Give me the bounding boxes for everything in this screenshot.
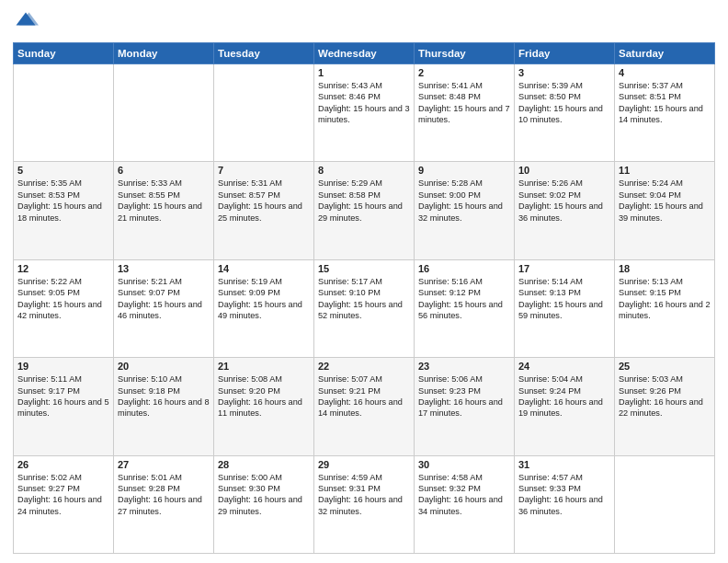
day-number: 8 <box>318 165 410 176</box>
calendar-cell: 19Sunrise: 5:11 AM Sunset: 9:17 PM Dayli… <box>14 358 114 455</box>
calendar-cell <box>14 64 114 162</box>
page: SundayMondayTuesdayWednesdayThursdayFrid… <box>0 0 728 563</box>
cell-info: Sunrise: 5:13 AM Sunset: 9:15 PM Dayligh… <box>619 276 711 322</box>
day-number: 22 <box>318 361 410 372</box>
calendar-cell: 18Sunrise: 5:13 AM Sunset: 9:15 PM Dayli… <box>615 259 715 357</box>
day-number: 12 <box>17 263 109 274</box>
week-row-2: 5Sunrise: 5:35 AM Sunset: 8:53 PM Daylig… <box>14 162 715 259</box>
weekday-header-monday: Monday <box>114 43 214 64</box>
weekday-header-row: SundayMondayTuesdayWednesdayThursdayFrid… <box>14 43 715 64</box>
day-number: 13 <box>118 263 210 274</box>
week-row-3: 12Sunrise: 5:22 AM Sunset: 9:05 PM Dayli… <box>14 259 715 357</box>
calendar-cell: 14Sunrise: 5:19 AM Sunset: 9:09 PM Dayli… <box>214 259 314 357</box>
day-number: 30 <box>418 459 510 470</box>
day-number: 20 <box>118 361 210 372</box>
day-number: 28 <box>218 459 310 470</box>
header <box>13 9 715 35</box>
day-number: 21 <box>218 361 310 372</box>
day-number: 7 <box>218 165 310 176</box>
cell-info: Sunrise: 5:00 AM Sunset: 9:30 PM Dayligh… <box>218 472 310 518</box>
calendar-cell: 2Sunrise: 5:41 AM Sunset: 8:48 PM Daylig… <box>415 64 515 162</box>
calendar-cell: 29Sunrise: 4:59 AM Sunset: 9:31 PM Dayli… <box>314 455 415 553</box>
cell-info: Sunrise: 4:59 AM Sunset: 9:31 PM Dayligh… <box>318 472 410 518</box>
cell-info: Sunrise: 5:11 AM Sunset: 9:17 PM Dayligh… <box>17 373 109 419</box>
day-number: 23 <box>418 361 510 372</box>
cell-info: Sunrise: 5:33 AM Sunset: 8:55 PM Dayligh… <box>118 178 210 224</box>
day-number: 1 <box>318 67 410 78</box>
weekday-header-friday: Friday <box>515 43 615 64</box>
logo <box>13 9 42 35</box>
calendar-cell: 9Sunrise: 5:28 AM Sunset: 9:00 PM Daylig… <box>415 162 515 259</box>
day-number: 2 <box>418 67 510 78</box>
cell-info: Sunrise: 4:58 AM Sunset: 9:32 PM Dayligh… <box>418 472 510 518</box>
calendar-cell: 21Sunrise: 5:08 AM Sunset: 9:20 PM Dayli… <box>214 358 314 455</box>
cell-info: Sunrise: 5:28 AM Sunset: 9:00 PM Dayligh… <box>418 178 510 224</box>
day-number: 3 <box>518 67 610 78</box>
calendar-cell: 23Sunrise: 5:06 AM Sunset: 9:23 PM Dayli… <box>415 358 515 455</box>
day-number: 24 <box>518 361 610 372</box>
day-number: 4 <box>619 67 711 78</box>
cell-info: Sunrise: 5:17 AM Sunset: 9:10 PM Dayligh… <box>318 276 410 322</box>
calendar-cell: 1Sunrise: 5:43 AM Sunset: 8:46 PM Daylig… <box>314 64 415 162</box>
day-number: 6 <box>118 165 210 176</box>
cell-info: Sunrise: 5:02 AM Sunset: 9:27 PM Dayligh… <box>17 472 109 518</box>
cell-info: Sunrise: 5:21 AM Sunset: 9:07 PM Dayligh… <box>118 276 210 322</box>
cell-info: Sunrise: 5:06 AM Sunset: 9:23 PM Dayligh… <box>418 373 510 419</box>
calendar-cell: 6Sunrise: 5:33 AM Sunset: 8:55 PM Daylig… <box>114 162 214 259</box>
cell-info: Sunrise: 5:10 AM Sunset: 9:18 PM Dayligh… <box>118 373 210 419</box>
cell-info: Sunrise: 5:31 AM Sunset: 8:57 PM Dayligh… <box>218 178 310 224</box>
cell-info: Sunrise: 5:35 AM Sunset: 8:53 PM Dayligh… <box>17 178 109 224</box>
calendar-cell <box>214 64 314 162</box>
calendar-cell: 28Sunrise: 5:00 AM Sunset: 9:30 PM Dayli… <box>214 455 314 553</box>
day-number: 27 <box>118 459 210 470</box>
cell-info: Sunrise: 5:41 AM Sunset: 8:48 PM Dayligh… <box>418 80 510 126</box>
logo-icon <box>13 9 39 35</box>
calendar-cell: 22Sunrise: 5:07 AM Sunset: 9:21 PM Dayli… <box>314 358 415 455</box>
cell-info: Sunrise: 5:22 AM Sunset: 9:05 PM Dayligh… <box>17 276 109 322</box>
cell-info: Sunrise: 5:29 AM Sunset: 8:58 PM Dayligh… <box>318 178 410 224</box>
cell-info: Sunrise: 5:39 AM Sunset: 8:50 PM Dayligh… <box>518 80 610 126</box>
calendar-cell: 17Sunrise: 5:14 AM Sunset: 9:13 PM Dayli… <box>515 259 615 357</box>
calendar-cell: 3Sunrise: 5:39 AM Sunset: 8:50 PM Daylig… <box>515 64 615 162</box>
day-number: 25 <box>619 361 711 372</box>
weekday-header-wednesday: Wednesday <box>314 43 415 64</box>
calendar-cell: 5Sunrise: 5:35 AM Sunset: 8:53 PM Daylig… <box>14 162 114 259</box>
calendar-cell: 15Sunrise: 5:17 AM Sunset: 9:10 PM Dayli… <box>314 259 415 357</box>
weekday-header-saturday: Saturday <box>615 43 715 64</box>
cell-info: Sunrise: 5:19 AM Sunset: 9:09 PM Dayligh… <box>218 276 310 322</box>
cell-info: Sunrise: 5:16 AM Sunset: 9:12 PM Dayligh… <box>418 276 510 322</box>
calendar-cell: 13Sunrise: 5:21 AM Sunset: 9:07 PM Dayli… <box>114 259 214 357</box>
calendar-cell: 25Sunrise: 5:03 AM Sunset: 9:26 PM Dayli… <box>615 358 715 455</box>
week-row-1: 1Sunrise: 5:43 AM Sunset: 8:46 PM Daylig… <box>14 64 715 162</box>
cell-info: Sunrise: 5:24 AM Sunset: 9:04 PM Dayligh… <box>619 178 711 224</box>
calendar-cell: 16Sunrise: 5:16 AM Sunset: 9:12 PM Dayli… <box>415 259 515 357</box>
day-number: 29 <box>318 459 410 470</box>
calendar-cell: 4Sunrise: 5:37 AM Sunset: 8:51 PM Daylig… <box>615 64 715 162</box>
cell-info: Sunrise: 5:26 AM Sunset: 9:02 PM Dayligh… <box>518 178 610 224</box>
calendar-cell: 10Sunrise: 5:26 AM Sunset: 9:02 PM Dayli… <box>515 162 615 259</box>
calendar-cell: 24Sunrise: 5:04 AM Sunset: 9:24 PM Dayli… <box>515 358 615 455</box>
calendar-cell: 30Sunrise: 4:58 AM Sunset: 9:32 PM Dayli… <box>415 455 515 553</box>
cell-info: Sunrise: 5:07 AM Sunset: 9:21 PM Dayligh… <box>318 373 410 419</box>
week-row-5: 26Sunrise: 5:02 AM Sunset: 9:27 PM Dayli… <box>14 455 715 553</box>
cell-info: Sunrise: 5:08 AM Sunset: 9:20 PM Dayligh… <box>218 373 310 419</box>
cell-info: Sunrise: 5:14 AM Sunset: 9:13 PM Dayligh… <box>518 276 610 322</box>
day-number: 5 <box>17 165 109 176</box>
calendar-cell <box>615 455 715 553</box>
calendar-cell: 11Sunrise: 5:24 AM Sunset: 9:04 PM Dayli… <box>615 162 715 259</box>
day-number: 31 <box>518 459 610 470</box>
day-number: 14 <box>218 263 310 274</box>
day-number: 15 <box>318 263 410 274</box>
cell-info: Sunrise: 5:37 AM Sunset: 8:51 PM Dayligh… <box>619 80 711 126</box>
day-number: 18 <box>619 263 711 274</box>
calendar-cell: 7Sunrise: 5:31 AM Sunset: 8:57 PM Daylig… <box>214 162 314 259</box>
calendar-cell: 26Sunrise: 5:02 AM Sunset: 9:27 PM Dayli… <box>14 455 114 553</box>
calendar-table: SundayMondayTuesdayWednesdayThursdayFrid… <box>13 42 715 554</box>
week-row-4: 19Sunrise: 5:11 AM Sunset: 9:17 PM Dayli… <box>14 358 715 455</box>
day-number: 11 <box>619 165 711 176</box>
calendar-cell: 8Sunrise: 5:29 AM Sunset: 8:58 PM Daylig… <box>314 162 415 259</box>
cell-info: Sunrise: 4:57 AM Sunset: 9:33 PM Dayligh… <box>518 472 610 518</box>
cell-info: Sunrise: 5:03 AM Sunset: 9:26 PM Dayligh… <box>619 373 711 419</box>
day-number: 26 <box>17 459 109 470</box>
day-number: 17 <box>518 263 610 274</box>
